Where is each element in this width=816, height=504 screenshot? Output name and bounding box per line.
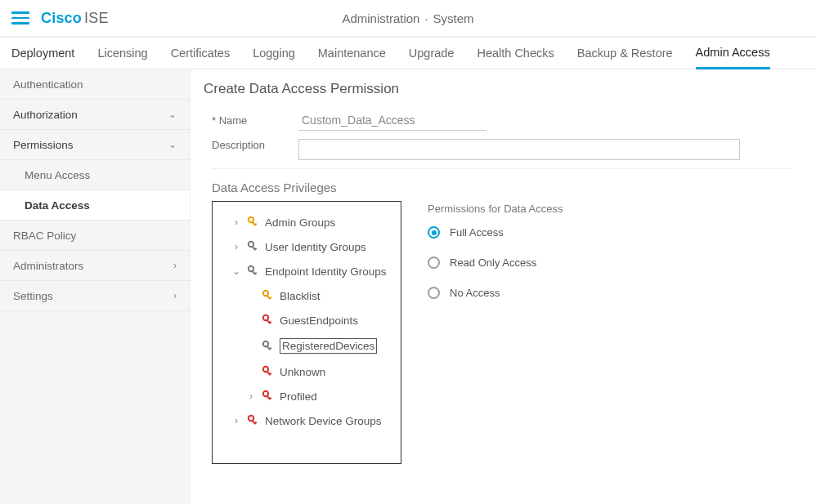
permissions-title: Permissions for Data Access: [428, 203, 563, 215]
chevron-right-icon: ›: [173, 260, 177, 271]
radio-icon[interactable]: [428, 256, 440, 269]
key-icon: [247, 414, 260, 427]
tab-logging[interactable]: Logging: [253, 37, 295, 69]
sidebar-item-label: Authorization: [13, 109, 78, 121]
tree-item-label: Unknown: [280, 366, 325, 378]
chevron-down-icon: ⌄: [168, 109, 177, 120]
page-title: Create Data Access Permission: [204, 81, 800, 97]
radio-label: Read Only Access: [450, 256, 536, 269]
sidebar-item-authorization[interactable]: Authorization ⌄: [0, 100, 190, 130]
radio-no-access[interactable]: No Access: [428, 287, 563, 299]
tree-item-label: GuestEndpoints: [280, 314, 358, 327]
tab-admin-access[interactable]: Admin Access: [696, 37, 770, 69]
tree-item-label: RegisteredDevices: [280, 338, 377, 354]
privilege-tree: › Admin Groups › User Identity Groups ⌄ …: [212, 201, 401, 464]
sidebar-item-label: Settings: [13, 290, 53, 302]
sidebar: Authentication Authorization ⌄ Permissio…: [0, 69, 191, 504]
tree-item-profiled[interactable]: › Profiled: [217, 384, 396, 408]
radio-read-only-access[interactable]: Read Only Access: [428, 256, 563, 269]
sidebar-item-label: RBAC Policy: [13, 230, 76, 242]
key-icon: [247, 240, 260, 253]
chevron-right-icon: ›: [173, 290, 177, 301]
breadcrumb-section: Administration: [342, 11, 419, 25]
sidebar-item-menu-access[interactable]: Menu Access: [0, 160, 190, 190]
radio-icon[interactable]: [428, 287, 440, 299]
tree-item-label: Admin Groups: [265, 216, 335, 229]
tree-item-unknown[interactable]: Unknown: [217, 359, 396, 384]
name-label: Name: [212, 114, 282, 127]
expand-icon[interactable]: ›: [231, 241, 242, 252]
sidebar-item-permissions[interactable]: Permissions ⌄: [0, 130, 190, 160]
breadcrumb: Administration·System: [342, 11, 473, 25]
tree-item-registered-devices[interactable]: RegisteredDevices: [217, 332, 396, 359]
tabs: Deployment Licensing Certificates Loggin…: [0, 37, 816, 69]
sidebar-item-administrators[interactable]: Administrators ›: [0, 251, 190, 281]
breadcrumb-page: System: [433, 11, 474, 25]
chevron-down-icon: ⌄: [168, 139, 177, 150]
section-title: Data Access Privileges: [212, 181, 800, 194]
tree-item-blacklist[interactable]: Blacklist: [217, 283, 396, 308]
tab-deployment[interactable]: Deployment: [11, 37, 74, 69]
sidebar-item-rbac-policy[interactable]: RBAC Policy: [0, 221, 190, 251]
brand-ise: ISE: [84, 10, 109, 26]
tree-item-label: Network Device Groups: [265, 415, 382, 427]
description-input[interactable]: [298, 139, 740, 160]
sidebar-item-label: Menu Access: [25, 169, 90, 181]
menu-icon[interactable]: [11, 11, 29, 25]
tab-upgrade[interactable]: Upgrade: [409, 37, 455, 69]
tree-item-endpoint-identity-groups[interactable]: ⌄ Endpoint Identity Groups: [217, 259, 396, 283]
tab-certificates[interactable]: Certificates: [171, 37, 231, 69]
key-icon: [262, 289, 275, 302]
tree-item-label: Endpoint Identity Groups: [265, 265, 387, 278]
key-icon: [247, 265, 260, 278]
sidebar-item-authentication[interactable]: Authentication: [0, 69, 190, 100]
tree-item-guest-endpoints[interactable]: GuestEndpoints: [217, 308, 396, 332]
key-icon: [262, 390, 275, 403]
tree-item-user-identity-groups[interactable]: › User Identity Groups: [217, 234, 396, 259]
sidebar-item-label: Authentication: [13, 78, 83, 91]
sidebar-item-label: Administrators: [13, 260, 83, 272]
sidebar-item-data-access[interactable]: Data Access: [0, 190, 190, 221]
tab-health-checks[interactable]: Health Checks: [477, 37, 554, 69]
sidebar-item-label: Data Access: [25, 199, 90, 212]
key-icon: [262, 340, 275, 353]
expand-icon[interactable]: ›: [231, 216, 242, 228]
tree-item-admin-groups[interactable]: › Admin Groups: [217, 210, 396, 234]
tab-licensing[interactable]: Licensing: [97, 37, 147, 69]
key-icon: [262, 314, 275, 327]
permissions-panel: Permissions for Data Access Full Access …: [428, 201, 563, 464]
sidebar-item-settings[interactable]: Settings ›: [0, 281, 190, 311]
tree-item-label: Blacklist: [280, 290, 321, 302]
radio-full-access[interactable]: Full Access: [428, 226, 563, 239]
expand-icon[interactable]: ›: [245, 390, 257, 402]
sidebar-item-label: Permissions: [13, 139, 74, 151]
brand-cisco: Cisco: [41, 10, 82, 26]
collapse-icon[interactable]: ⌄: [231, 265, 242, 277]
top-bar: CiscoISE Administration·System: [0, 0, 816, 36]
tab-backup-restore[interactable]: Backup & Restore: [577, 37, 673, 69]
content: Create Data Access Permission Name Descr…: [191, 69, 816, 504]
name-input[interactable]: [298, 110, 486, 131]
tree-item-network-device-groups[interactable]: › Network Device Groups: [217, 408, 396, 433]
description-label: Description: [212, 139, 282, 151]
key-icon: [262, 365, 275, 378]
radio-icon[interactable]: [428, 226, 440, 239]
tree-item-label: User Identity Groups: [265, 241, 366, 253]
key-icon: [247, 216, 260, 229]
expand-icon[interactable]: ›: [231, 415, 242, 426]
radio-label: Full Access: [450, 226, 504, 239]
brand: CiscoISE: [41, 10, 109, 27]
radio-label: No Access: [450, 287, 500, 299]
tree-item-label: Profiled: [280, 390, 317, 403]
tab-maintenance[interactable]: Maintenance: [318, 37, 386, 69]
